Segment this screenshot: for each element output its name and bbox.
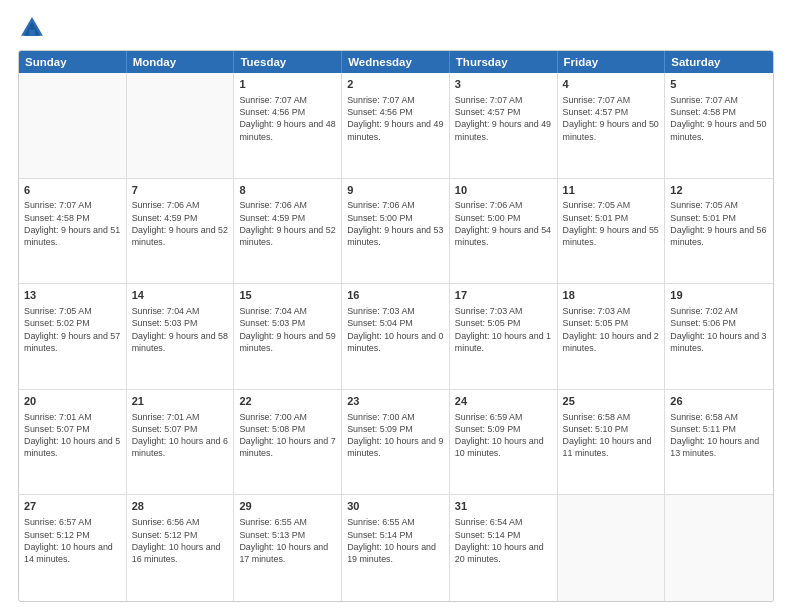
day-info: Sunrise: 7:06 AM Sunset: 5:00 PM Dayligh…: [455, 199, 552, 248]
day-info: Sunrise: 7:06 AM Sunset: 4:59 PM Dayligh…: [239, 199, 336, 248]
day-info: Sunrise: 7:07 AM Sunset: 4:57 PM Dayligh…: [563, 94, 660, 143]
day-info: Sunrise: 7:03 AM Sunset: 5:04 PM Dayligh…: [347, 305, 444, 354]
day-info: Sunrise: 6:58 AM Sunset: 5:11 PM Dayligh…: [670, 411, 768, 460]
header: [18, 14, 774, 42]
day-cell-3: 3Sunrise: 7:07 AM Sunset: 4:57 PM Daylig…: [450, 73, 558, 178]
day-cell-12: 12Sunrise: 7:05 AM Sunset: 5:01 PM Dayli…: [665, 179, 773, 284]
day-cell-15: 15Sunrise: 7:04 AM Sunset: 5:03 PM Dayli…: [234, 284, 342, 389]
day-cell-10: 10Sunrise: 7:06 AM Sunset: 5:00 PM Dayli…: [450, 179, 558, 284]
day-number: 19: [670, 288, 768, 303]
day-number: 23: [347, 394, 444, 409]
week-row-1: 1Sunrise: 7:07 AM Sunset: 4:56 PM Daylig…: [19, 73, 773, 179]
empty-cell: [665, 495, 773, 601]
week-row-4: 20Sunrise: 7:01 AM Sunset: 5:07 PM Dayli…: [19, 390, 773, 496]
day-cell-20: 20Sunrise: 7:01 AM Sunset: 5:07 PM Dayli…: [19, 390, 127, 495]
day-info: Sunrise: 7:04 AM Sunset: 5:03 PM Dayligh…: [239, 305, 336, 354]
day-cell-16: 16Sunrise: 7:03 AM Sunset: 5:04 PM Dayli…: [342, 284, 450, 389]
day-cell-30: 30Sunrise: 6:55 AM Sunset: 5:14 PM Dayli…: [342, 495, 450, 601]
day-number: 1: [239, 77, 336, 92]
day-info: Sunrise: 6:57 AM Sunset: 5:12 PM Dayligh…: [24, 516, 121, 565]
day-cell-6: 6Sunrise: 7:07 AM Sunset: 4:58 PM Daylig…: [19, 179, 127, 284]
day-info: Sunrise: 7:03 AM Sunset: 5:05 PM Dayligh…: [563, 305, 660, 354]
day-info: Sunrise: 6:55 AM Sunset: 5:13 PM Dayligh…: [239, 516, 336, 565]
day-cell-14: 14Sunrise: 7:04 AM Sunset: 5:03 PM Dayli…: [127, 284, 235, 389]
day-number: 6: [24, 183, 121, 198]
weekday-header-friday: Friday: [558, 51, 666, 73]
day-info: Sunrise: 7:05 AM Sunset: 5:01 PM Dayligh…: [563, 199, 660, 248]
week-row-2: 6Sunrise: 7:07 AM Sunset: 4:58 PM Daylig…: [19, 179, 773, 285]
day-info: Sunrise: 7:00 AM Sunset: 5:08 PM Dayligh…: [239, 411, 336, 460]
day-cell-21: 21Sunrise: 7:01 AM Sunset: 5:07 PM Dayli…: [127, 390, 235, 495]
day-cell-22: 22Sunrise: 7:00 AM Sunset: 5:08 PM Dayli…: [234, 390, 342, 495]
day-info: Sunrise: 7:07 AM Sunset: 4:56 PM Dayligh…: [347, 94, 444, 143]
day-number: 31: [455, 499, 552, 514]
weekday-header-monday: Monday: [127, 51, 235, 73]
day-info: Sunrise: 7:00 AM Sunset: 5:09 PM Dayligh…: [347, 411, 444, 460]
day-number: 26: [670, 394, 768, 409]
day-info: Sunrise: 7:07 AM Sunset: 4:56 PM Dayligh…: [239, 94, 336, 143]
day-number: 8: [239, 183, 336, 198]
day-info: Sunrise: 7:01 AM Sunset: 5:07 PM Dayligh…: [132, 411, 229, 460]
calendar: SundayMondayTuesdayWednesdayThursdayFrid…: [18, 50, 774, 602]
day-cell-8: 8Sunrise: 7:06 AM Sunset: 4:59 PM Daylig…: [234, 179, 342, 284]
day-number: 2: [347, 77, 444, 92]
day-cell-7: 7Sunrise: 7:06 AM Sunset: 4:59 PM Daylig…: [127, 179, 235, 284]
weekday-header-sunday: Sunday: [19, 51, 127, 73]
day-number: 7: [132, 183, 229, 198]
day-info: Sunrise: 7:05 AM Sunset: 5:01 PM Dayligh…: [670, 199, 768, 248]
day-cell-29: 29Sunrise: 6:55 AM Sunset: 5:13 PM Dayli…: [234, 495, 342, 601]
day-number: 27: [24, 499, 121, 514]
day-number: 30: [347, 499, 444, 514]
day-number: 29: [239, 499, 336, 514]
logo: [18, 14, 50, 42]
day-number: 9: [347, 183, 444, 198]
day-number: 20: [24, 394, 121, 409]
logo-icon: [18, 14, 46, 42]
calendar-body: 1Sunrise: 7:07 AM Sunset: 4:56 PM Daylig…: [19, 73, 773, 601]
weekday-header-saturday: Saturday: [665, 51, 773, 73]
day-number: 18: [563, 288, 660, 303]
day-info: Sunrise: 6:56 AM Sunset: 5:12 PM Dayligh…: [132, 516, 229, 565]
day-number: 3: [455, 77, 552, 92]
day-number: 12: [670, 183, 768, 198]
day-info: Sunrise: 6:59 AM Sunset: 5:09 PM Dayligh…: [455, 411, 552, 460]
day-number: 25: [563, 394, 660, 409]
day-info: Sunrise: 7:07 AM Sunset: 4:57 PM Dayligh…: [455, 94, 552, 143]
svg-rect-2: [29, 30, 35, 36]
day-cell-19: 19Sunrise: 7:02 AM Sunset: 5:06 PM Dayli…: [665, 284, 773, 389]
day-number: 21: [132, 394, 229, 409]
day-info: Sunrise: 7:01 AM Sunset: 5:07 PM Dayligh…: [24, 411, 121, 460]
day-number: 28: [132, 499, 229, 514]
week-row-5: 27Sunrise: 6:57 AM Sunset: 5:12 PM Dayli…: [19, 495, 773, 601]
day-info: Sunrise: 6:54 AM Sunset: 5:14 PM Dayligh…: [455, 516, 552, 565]
day-number: 24: [455, 394, 552, 409]
day-cell-24: 24Sunrise: 6:59 AM Sunset: 5:09 PM Dayli…: [450, 390, 558, 495]
day-cell-27: 27Sunrise: 6:57 AM Sunset: 5:12 PM Dayli…: [19, 495, 127, 601]
day-number: 4: [563, 77, 660, 92]
day-cell-28: 28Sunrise: 6:56 AM Sunset: 5:12 PM Dayli…: [127, 495, 235, 601]
day-info: Sunrise: 7:05 AM Sunset: 5:02 PM Dayligh…: [24, 305, 121, 354]
weekday-header-wednesday: Wednesday: [342, 51, 450, 73]
day-number: 14: [132, 288, 229, 303]
page: SundayMondayTuesdayWednesdayThursdayFrid…: [0, 0, 792, 612]
day-number: 13: [24, 288, 121, 303]
day-cell-18: 18Sunrise: 7:03 AM Sunset: 5:05 PM Dayli…: [558, 284, 666, 389]
day-info: Sunrise: 6:58 AM Sunset: 5:10 PM Dayligh…: [563, 411, 660, 460]
calendar-header: SundayMondayTuesdayWednesdayThursdayFrid…: [19, 51, 773, 73]
empty-cell: [127, 73, 235, 178]
day-info: Sunrise: 7:07 AM Sunset: 4:58 PM Dayligh…: [670, 94, 768, 143]
day-number: 10: [455, 183, 552, 198]
week-row-3: 13Sunrise: 7:05 AM Sunset: 5:02 PM Dayli…: [19, 284, 773, 390]
day-info: Sunrise: 7:06 AM Sunset: 4:59 PM Dayligh…: [132, 199, 229, 248]
day-info: Sunrise: 6:55 AM Sunset: 5:14 PM Dayligh…: [347, 516, 444, 565]
day-cell-23: 23Sunrise: 7:00 AM Sunset: 5:09 PM Dayli…: [342, 390, 450, 495]
day-cell-11: 11Sunrise: 7:05 AM Sunset: 5:01 PM Dayli…: [558, 179, 666, 284]
day-cell-9: 9Sunrise: 7:06 AM Sunset: 5:00 PM Daylig…: [342, 179, 450, 284]
day-info: Sunrise: 7:07 AM Sunset: 4:58 PM Dayligh…: [24, 199, 121, 248]
day-info: Sunrise: 7:02 AM Sunset: 5:06 PM Dayligh…: [670, 305, 768, 354]
day-number: 22: [239, 394, 336, 409]
day-cell-31: 31Sunrise: 6:54 AM Sunset: 5:14 PM Dayli…: [450, 495, 558, 601]
empty-cell: [19, 73, 127, 178]
day-cell-25: 25Sunrise: 6:58 AM Sunset: 5:10 PM Dayli…: [558, 390, 666, 495]
day-cell-2: 2Sunrise: 7:07 AM Sunset: 4:56 PM Daylig…: [342, 73, 450, 178]
